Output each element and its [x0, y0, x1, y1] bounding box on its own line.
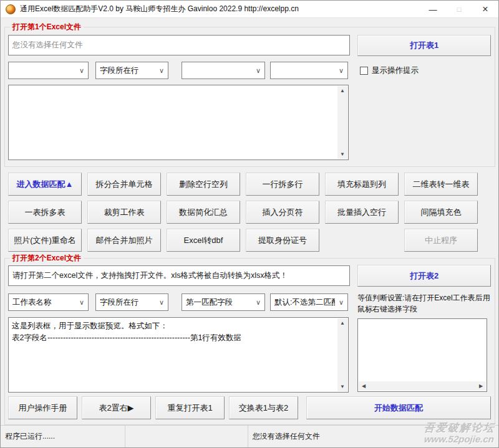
sheet2-name-combo[interactable]: 工作表名称 ∨ — [8, 293, 89, 311]
table2-preview-list[interactable]: 这是列表框，用于显示数据预览。格式如下： 表2字段名--------------… — [8, 317, 349, 393]
excel-to-dbf-button[interactable]: Excel转dbf — [167, 229, 240, 252]
show-tips-checkbox[interactable]: 显示操作提示 — [360, 65, 419, 76]
interval-fill-color-button[interactable]: 间隔填充色 — [404, 201, 478, 224]
crop-worksheet-button[interactable]: 裁剪工作表 — [87, 201, 161, 224]
scroll-right-icon[interactable]: ▶ — [476, 381, 486, 391]
close-button[interactable]: × — [472, 1, 498, 18]
photo-file-rename-button[interactable]: 照片(文件)重命名 — [8, 229, 82, 252]
match1-field-combo[interactable]: ∨ — [182, 62, 265, 79]
chevron-down-icon: ∨ — [75, 298, 88, 307]
show-tips-label: 显示操作提示 — [372, 65, 419, 76]
scroll-down-icon[interactable]: ▼ — [337, 150, 347, 159]
abort-program-button: 中止程序 — [404, 229, 478, 252]
horizontal-scrollbar[interactable]: ◀ ▶ — [359, 381, 486, 391]
extract-id-number-button[interactable]: 提取身份证号 — [246, 229, 319, 252]
chevron-down-icon: ∨ — [252, 67, 264, 75]
mail-merge-photo-button[interactable]: 邮件合并加照片 — [87, 229, 161, 252]
file1-path-field[interactable]: 您没有选择任何文件 — [8, 35, 350, 55]
open-table1-button[interactable]: 打开表1 — [357, 35, 491, 56]
delete-empty-rows-cols-button[interactable]: 删除空行空列 — [167, 173, 240, 196]
batch-insert-empty-rows-button[interactable]: 批量插入空行 — [325, 201, 399, 224]
scroll-down-icon[interactable]: ▼ — [337, 382, 347, 391]
reopen-table1-button[interactable]: 重复打开表1 — [155, 396, 225, 419]
second-match-field-combo[interactable]: 默认:不选第二匹配字 ∨ — [270, 293, 348, 311]
one-row-to-many-button[interactable]: 一行拆多行 — [246, 173, 319, 196]
chevron-down-icon: ∨ — [335, 67, 347, 75]
status-bar: 程序已运行...... 您没有选择任何文件 — [1, 425, 498, 447]
maximize-button[interactable]: □ — [446, 1, 472, 18]
scroll-up-icon[interactable]: ▲ — [337, 86, 347, 95]
preview-line-1: 这是列表框，用于显示数据预览。格式如下： — [12, 320, 336, 332]
table-2d-to-1d-button[interactable]: 二维表转一维表 — [404, 173, 478, 196]
data-simplify-summary-button[interactable]: 数据简化汇总 — [167, 201, 240, 224]
minimize-button[interactable]: — — [420, 1, 446, 18]
field1-row-combo[interactable]: 字段所在行 ∨ — [95, 62, 168, 79]
swap-tables-button[interactable]: 交换表1与表2 — [229, 396, 298, 419]
status-middle — [125, 426, 248, 447]
title-bar: 通用Excel数据匹配助手V2.0 by 马鞍山师专招生办 Gavinloo 2… — [1, 1, 498, 18]
chevron-down-icon: ∨ — [155, 298, 168, 307]
match1-field2-combo[interactable]: ∨ — [270, 62, 348, 79]
app-icon — [6, 4, 16, 14]
group1-title: 打开第1个Excel文件 — [10, 22, 84, 31]
file2-path-field[interactable]: 请打开第二个excel文件，支持拖拽打开文件。xls格式将被自动转换为xlsx格… — [8, 265, 350, 286]
status-running: 程序已运行...... — [1, 426, 125, 447]
chevron-down-icon: ∨ — [75, 67, 88, 75]
status-file-message: 您没有选择任何文件 — [248, 426, 498, 447]
equal-fields-list[interactable]: ◀ ▶ — [357, 318, 487, 392]
first-match-field-combo[interactable]: 第一匹配字段 ∨ — [182, 293, 265, 311]
chevron-down-icon: ∨ — [252, 298, 264, 307]
preview-lines: 这是列表框，用于显示数据预览。格式如下： 表2字段名--------------… — [9, 318, 348, 344]
scroll-up-icon[interactable]: ▲ — [337, 318, 347, 328]
scroll-left-icon[interactable]: ◀ — [359, 381, 369, 391]
preview-line-2: 表2字段名-----------------------------------… — [12, 332, 336, 344]
app-window: 通用Excel数据匹配助手V2.0 by 马鞍山师专招生办 Gavinloo 2… — [0, 0, 499, 448]
insert-page-break-button[interactable]: 插入分页符 — [246, 201, 319, 224]
table2-to-right-button[interactable]: 表2置右▶ — [82, 396, 151, 419]
vertical-scrollbar[interactable]: ▲ ▼ — [337, 86, 347, 159]
start-data-match-button[interactable]: 开始数据匹配 — [306, 396, 491, 419]
group2-title: 打开第2个Excel文件 — [10, 254, 84, 262]
one-table-to-many-button[interactable]: 一表拆多表 — [8, 201, 82, 224]
user-manual-button[interactable]: 用户操作手册 — [8, 396, 77, 419]
fill-title-to-column-button[interactable]: 填充标题到列 — [325, 173, 399, 196]
chevron-down-icon: ∨ — [155, 67, 168, 75]
tools-grid: 进入数据匹配▲ 拆分合并单元格 删除空行空列 一行拆多行 填充标题到列 二维表转… — [8, 173, 478, 252]
enter-data-match-button[interactable]: 进入数据匹配▲ — [8, 173, 82, 196]
window-title: 通用Excel数据匹配助手V2.0 by 马鞍山师专招生办 Gavinloo 2… — [20, 4, 299, 14]
table1-preview-list[interactable]: ▲ ▼ — [8, 85, 349, 160]
field2-row-combo[interactable]: 字段所在行 ∨ — [95, 293, 168, 311]
window-controls: — □ × — [420, 1, 498, 18]
sheet1-name-combo[interactable]: ∨ — [8, 62, 89, 79]
open-table2-button[interactable]: 打开表2 — [357, 265, 491, 287]
split-merged-cells-button[interactable]: 拆分合并单元格 — [87, 173, 161, 196]
chevron-down-icon: ∨ — [335, 298, 347, 307]
checkbox-icon — [360, 67, 368, 75]
equal-judge-note: 等值判断设置:请在打开Excel工作表后用鼠标右键选择字段 — [357, 292, 493, 315]
vertical-scrollbar[interactable]: ▲ ▼ — [337, 318, 347, 391]
